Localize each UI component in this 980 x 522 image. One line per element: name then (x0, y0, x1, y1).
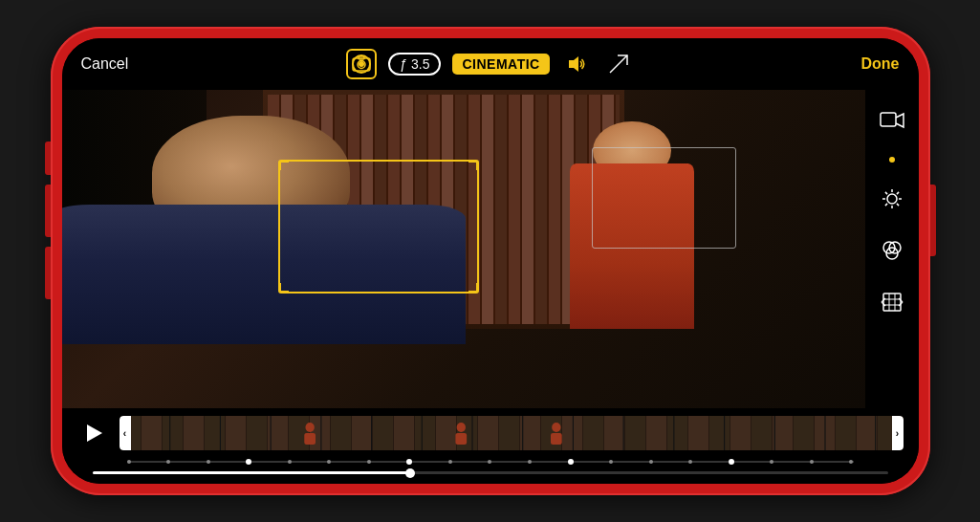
svg-line-12 (896, 204, 898, 206)
top-bar-right: Done (833, 55, 900, 73)
scrubber-dot (649, 460, 653, 464)
phone-frame: Cancel ƒ 3.5 CINEMATIC (51, 27, 930, 495)
scrubber-dot (166, 460, 170, 464)
done-button[interactable]: Done (861, 55, 900, 73)
focus-corner-bl (279, 283, 289, 293)
top-bar-center: ƒ 3.5 CINEMATIC (148, 49, 833, 79)
svg-marker-3 (569, 56, 578, 72)
svg-line-13 (896, 192, 898, 194)
timeline-handle-right[interactable]: › (892, 416, 904, 450)
seek-bar-fill (93, 471, 411, 474)
scrubber-dots-row[interactable] (77, 456, 904, 468)
phone-screen: Cancel ƒ 3.5 CINEMATIC (62, 38, 919, 484)
svg-point-1 (358, 61, 365, 69)
crop-tool-button[interactable] (877, 287, 907, 317)
svg-line-14 (884, 204, 886, 206)
scrubber-dot-active (246, 459, 251, 465)
active-tool-indicator (889, 157, 895, 163)
scrubber-dot-active (568, 459, 574, 465)
svg-point-43 (552, 423, 560, 432)
top-bar: Cancel ƒ 3.5 CINEMATIC (62, 38, 919, 90)
timeline-frames (120, 416, 904, 450)
left-chevron-icon: ‹ (123, 428, 126, 439)
seek-bar[interactable] (93, 471, 888, 474)
focus-corner-tr (468, 161, 478, 170)
scrubber-dot (688, 460, 692, 464)
timeline-track[interactable]: ‹ (120, 416, 904, 450)
focus-corner-tl (279, 161, 289, 170)
video-area[interactable] (62, 90, 865, 408)
scrubber-dot (448, 460, 452, 464)
color-tool-button[interactable] (877, 235, 907, 266)
speaker-icon[interactable] (561, 49, 592, 79)
scrubber-dot-active (406, 459, 412, 465)
svg-line-11 (884, 192, 886, 194)
svg-point-41 (456, 423, 465, 432)
focus-box-secondary[interactable] (592, 147, 736, 250)
scrubber-dot (327, 460, 331, 464)
power-button[interactable] (930, 185, 936, 256)
scrubber-dot (609, 460, 613, 464)
scrubber-dot (810, 460, 814, 464)
timeline-row: ‹ (77, 416, 904, 450)
svg-point-39 (305, 423, 314, 432)
bottom-panel: ‹ (62, 408, 919, 484)
video-scene (62, 90, 865, 408)
svg-rect-18 (883, 294, 901, 311)
cinematic-mode-badge: CINEMATIC (452, 54, 549, 75)
scrubber-dot (288, 460, 292, 464)
volume-up-button[interactable] (45, 247, 51, 299)
scrubber-track[interactable] (127, 461, 854, 463)
main-content (62, 90, 919, 408)
timeline-handle-left[interactable]: ‹ (120, 416, 131, 450)
focus-box-primary[interactable] (278, 160, 479, 294)
svg-rect-42 (455, 433, 467, 445)
scrubber-dot (770, 460, 773, 464)
expand-icon[interactable] (603, 49, 634, 79)
video-tool-button[interactable] (877, 105, 907, 136)
play-icon (87, 424, 102, 442)
scrubber-dot-active (729, 459, 734, 465)
right-chevron-icon: › (896, 428, 899, 439)
svg-rect-40 (304, 433, 316, 445)
svg-line-4 (610, 55, 627, 73)
seek-knob[interactable] (405, 468, 415, 478)
play-button[interactable] (77, 416, 112, 450)
scrubber-dot (207, 460, 210, 464)
volume-down-button[interactable] (45, 185, 51, 237)
focus-corner-br (468, 283, 478, 293)
scrubber-dot (488, 460, 491, 464)
svg-point-6 (887, 194, 897, 204)
scrubber-dot (849, 460, 853, 464)
scrubber-dots-container (127, 459, 854, 465)
scrubber-dot (367, 460, 371, 464)
svg-rect-2 (359, 56, 364, 59)
cancel-button[interactable]: Cancel (81, 55, 148, 73)
svg-rect-44 (551, 433, 562, 445)
scrubber-dot (528, 460, 532, 464)
seek-bar-row (77, 471, 904, 474)
svg-rect-5 (881, 113, 896, 126)
right-tools-panel (865, 90, 919, 408)
camera-mode-icon[interactable] (346, 49, 377, 79)
scrubber-dot (127, 460, 131, 464)
svg-rect-0 (353, 58, 370, 71)
exposure-tool-button[interactable] (877, 184, 907, 214)
aperture-badge[interactable]: ƒ 3.5 (388, 53, 441, 76)
